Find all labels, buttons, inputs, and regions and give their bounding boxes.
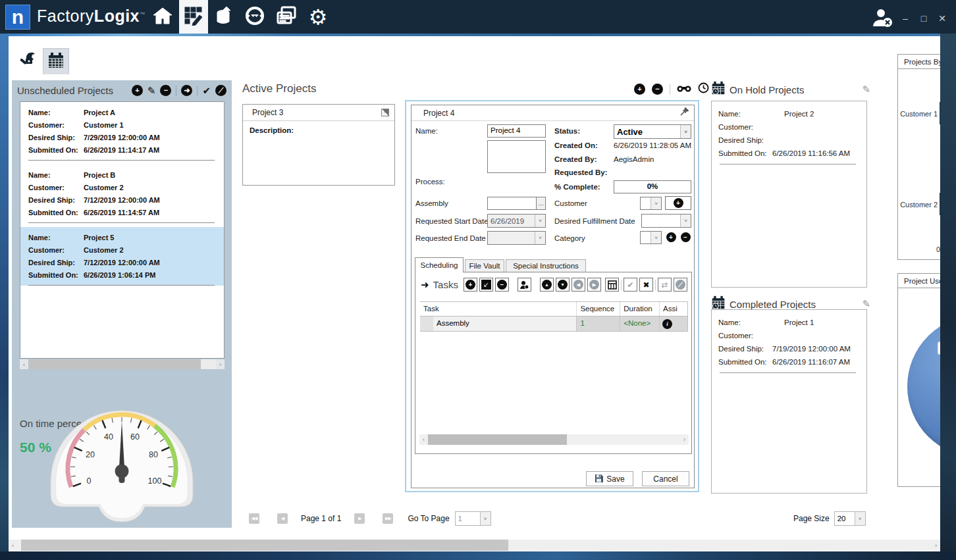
scroll-right-icon[interactable]: › — [216, 361, 225, 368]
assembly-label: Assembly — [415, 199, 448, 207]
project-submitted-on: 6/26/2019 11:14:17 AM — [84, 144, 159, 157]
project-card[interactable]: Name:Project 1 Customer: Desired Ship:7/… — [712, 310, 866, 373]
project-name: Project A — [84, 107, 115, 119]
chevron-down-icon: ˅ — [651, 232, 661, 243]
category-select[interactable]: ˅ — [640, 231, 662, 244]
minimize-button[interactable]: – — [898, 13, 913, 24]
add-customer-button[interactable]: + — [665, 196, 691, 210]
col-task[interactable]: Task — [420, 302, 576, 316]
assembly-input[interactable]: … — [487, 197, 546, 210]
browse-ellipsis-button[interactable]: … — [536, 197, 545, 209]
description-textarea[interactable] — [487, 140, 546, 173]
status-select[interactable]: Active˅ — [614, 124, 691, 139]
reports-nav-button[interactable] — [273, 4, 300, 30]
move-task-right-button[interactable]: ▶ — [587, 278, 601, 292]
projects-nav-button-selected[interactable] — [179, 0, 208, 34]
fulfillment-date-select[interactable]: ˅ — [641, 214, 691, 228]
prev-page-button[interactable]: ◀ — [277, 513, 288, 524]
scrollbar-thumb[interactable] — [28, 359, 201, 369]
scroll-right-icon[interactable]: › — [932, 542, 940, 549]
clock-icon[interactable] — [698, 82, 709, 96]
next-page-button[interactable]: ▶ — [354, 513, 365, 524]
shuffle-tasks-button[interactable]: ⇄ — [658, 278, 672, 292]
info-icon[interactable]: i — [662, 319, 672, 329]
add-active-project-icon[interactable]: + — [634, 84, 645, 95]
project-card[interactable]: Name:Project A Customer:Customer 1 Desir… — [20, 102, 224, 161]
cancel-button[interactable]: Cancel — [642, 471, 689, 486]
project-user-panel: Project User C — [897, 273, 940, 487]
remove-project-icon[interactable]: − — [160, 85, 171, 96]
edit-pencil-icon[interactable]: ✎ — [862, 84, 870, 95]
add-project-icon[interactable]: + — [132, 85, 143, 96]
project-card[interactable]: Name:Project B Customer:Customer 2 Desir… — [20, 165, 224, 223]
materials-nav-button[interactable] — [209, 4, 237, 30]
confirm-task-button[interactable]: ✔ — [624, 278, 637, 292]
scroll-left-icon[interactable]: ‹ — [9, 542, 17, 549]
tab-special-instructions[interactable]: Special Instructions — [506, 259, 586, 272]
remove-active-project-icon[interactable]: − — [652, 84, 663, 95]
edit-task-button[interactable]: ↙ — [479, 278, 493, 292]
req-start-date-select[interactable]: 6/26/2019˅ — [487, 214, 546, 228]
page-size-select[interactable]: 20˅ — [834, 511, 866, 526]
bar-customer2 — [940, 193, 940, 215]
req-end-date-select[interactable]: ˅ — [487, 231, 546, 245]
project-card-selected[interactable]: Name:Project 5 Customer:Customer 2 Desir… — [20, 227, 224, 286]
col-sequence[interactable]: Sequence — [576, 302, 620, 316]
task-schedule-grid-button[interactable] — [605, 278, 619, 292]
remove-task-button[interactable]: − — [495, 278, 509, 292]
binoculars-icon[interactable] — [677, 84, 691, 95]
col-assigned[interactable]: Assi — [659, 302, 687, 316]
ontime-gauge-chart: 0 20 40 60 80 100 — [36, 403, 208, 528]
scroll-right-icon[interactable]: › — [680, 436, 689, 443]
unscheduled-horizontal-scrollbar[interactable]: ‹ › — [20, 359, 225, 369]
project-name: Project B — [84, 169, 115, 182]
customer-select[interactable]: ˅ — [640, 197, 662, 210]
reject-project-icon[interactable]: ⟋ — [215, 85, 226, 96]
name-input[interactable]: Project 4 — [487, 124, 546, 138]
customer-label: Customer: — [28, 119, 84, 132]
col-duration[interactable]: Duration — [620, 302, 659, 316]
accept-project-icon[interactable]: ✔ — [202, 86, 211, 95]
scroll-left-icon[interactable]: ‹ — [20, 361, 28, 368]
task-row[interactable]: Assembly 1 <None> i — [420, 317, 687, 331]
move-task-up-button[interactable]: ▲ — [540, 278, 554, 292]
sync-nav-button[interactable] — [241, 4, 269, 30]
cancel-task-button[interactable]: ✖ — [639, 278, 653, 292]
logout-user-button[interactable] — [870, 8, 894, 30]
move-task-down-button[interactable]: ▼ — [556, 278, 570, 292]
scrollbar-thumb[interactable] — [21, 540, 508, 551]
edit-project-icon[interactable]: ✎ — [147, 86, 156, 95]
save-button[interactable]: Save — [586, 471, 633, 486]
home-nav-button[interactable] — [149, 4, 176, 30]
tab-file-vault[interactable]: File Vault — [465, 259, 504, 272]
move-task-left-button[interactable]: ◀ — [571, 278, 585, 292]
first-page-button[interactable]: ◀◀ — [249, 513, 259, 524]
goto-page-select[interactable]: 1˅ — [455, 511, 491, 526]
pin-icon[interactable] — [679, 107, 689, 118]
add-task-button[interactable]: + — [464, 278, 477, 292]
close-button[interactable]: ✕ — [935, 13, 949, 24]
last-page-button[interactable]: ▶▶ — [383, 513, 393, 524]
project-submitted-on: 6/26/2019 11:16:07 AM — [772, 355, 850, 369]
tab-scheduling[interactable]: Scheduling — [415, 257, 464, 272]
disable-task-button[interactable]: ⟋ — [674, 278, 687, 292]
maximize-button[interactable]: □ — [916, 13, 931, 24]
remove-category-button[interactable]: − — [679, 230, 692, 244]
activate-project-icon[interactable]: ➜ — [181, 85, 192, 96]
assign-user-task-button[interactable] — [518, 278, 531, 292]
tab-maintenance-lock[interactable] — [14, 48, 40, 74]
edit-pencil-icon[interactable]: ✎ — [862, 298, 870, 310]
settings-nav-button[interactable]: ⚙ — [304, 4, 332, 30]
project3-card[interactable]: Project 3 Description: — [242, 104, 395, 186]
tasks-horizontal-scrollbar[interactable]: ‹ › — [419, 434, 689, 445]
project-card[interactable]: Name:Project 2 Customer: Desired Ship: S… — [712, 101, 866, 165]
add-category-button[interactable]: + — [664, 230, 677, 244]
scroll-left-icon[interactable]: ‹ — [419, 436, 428, 443]
requested-by-label: Requested By: — [554, 168, 608, 176]
expand-icon[interactable] — [381, 109, 389, 116]
tab-calendar-selected[interactable] — [43, 48, 69, 74]
page-indicator: Page 1 of 1 — [301, 514, 341, 523]
projects-by-customer-panel: Projects By C Customer 1 Customer 2 0 — [897, 54, 940, 260]
scrollbar-thumb[interactable] — [428, 434, 567, 445]
main-horizontal-scrollbar[interactable]: ‹ › — [9, 540, 940, 551]
